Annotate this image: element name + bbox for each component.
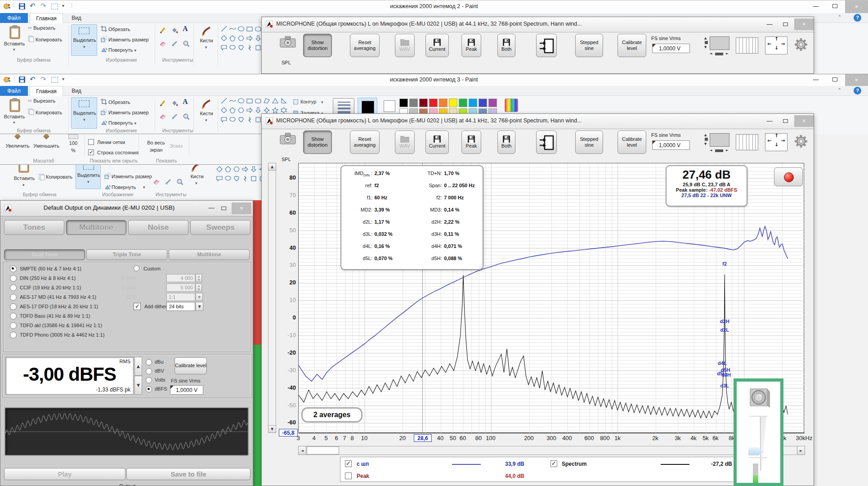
scrollbar-thumb[interactable] <box>307 446 339 454</box>
dither-bits-field[interactable]: 24 bits <box>166 302 195 311</box>
level-up-icon[interactable]: ▲ <box>134 357 142 376</box>
dither-dropdown-icon[interactable]: ▼ <box>196 302 203 311</box>
color-picker-icon[interactable] <box>165 178 172 185</box>
shape-icon[interactable] <box>255 97 262 106</box>
tab-view[interactable]: Вид <box>64 86 89 96</box>
save-current-button[interactable]: Current <box>425 34 449 57</box>
pan-arrows-widget[interactable]: ↑ ↓ ← → <box>765 36 787 54</box>
palette-swatch[interactable] <box>459 99 467 107</box>
palette-swatch[interactable] <box>399 99 408 107</box>
reset-averaging-button[interactable]: Reset averaging <box>350 130 380 154</box>
exit-button[interactable] <box>536 130 557 154</box>
chart-v-scrollbar[interactable]: ▲ ▼ <box>268 163 276 433</box>
resize-button[interactable]: Изменить размер <box>101 36 149 42</box>
paint1-titlebar[interactable]: | ↶ ↷ ▾ | искажения 2000 интемод 2 - Pai… <box>0 0 868 13</box>
left-icon[interactable]: ◄ <box>710 52 712 55</box>
chart-h-scrollbar[interactable]: ◄ ► <box>298 446 804 455</box>
minimize-button[interactable]: — <box>206 204 217 213</box>
collapse-ribbon-icon[interactable]: ⌃ <box>837 87 841 93</box>
color-picker-icon[interactable] <box>171 40 178 47</box>
level-down-icon[interactable]: ▼ <box>134 376 142 395</box>
save-both-button[interactable]: Both <box>497 34 515 57</box>
palette-swatch[interactable] <box>429 99 438 107</box>
copy-label[interactable]: Копировать <box>46 174 72 180</box>
maximize-button[interactable] <box>778 19 793 29</box>
maximize-button[interactable] <box>778 116 793 126</box>
exit-button[interactable] <box>536 34 557 57</box>
eraser-icon[interactable] <box>159 40 166 47</box>
tab-tones[interactable]: Tones <box>4 220 64 235</box>
right-icon[interactable]: ► <box>726 52 728 55</box>
mic2-titlebar[interactable]: MICROPHONE (Общая громкость) L on Микроф… <box>262 114 814 129</box>
calibrate-level-button[interactable]: Calibrate level <box>174 357 207 374</box>
save-peak-button[interactable]: Peak <box>461 34 481 57</box>
pencil-icon[interactable] <box>159 27 166 34</box>
select-button[interactable]: Выделить ▾ <box>76 164 101 189</box>
rotate-button[interactable]: Повернуть ▾ <box>101 119 136 126</box>
tab-multitone[interactable]: Multitone <box>66 220 126 235</box>
shape-icon[interactable] <box>237 35 245 43</box>
palette-swatch[interactable] <box>439 99 447 107</box>
fill-bucket-icon[interactable] <box>171 27 178 34</box>
shape-icon[interactable] <box>220 44 228 53</box>
mic1-titlebar[interactable]: MICROPHONE (Общая громкость) L on Микроф… <box>262 17 814 32</box>
shape-icon[interactable] <box>220 116 228 125</box>
collapse-ribbon-icon[interactable]: ⌃ <box>837 14 841 20</box>
custom-radio[interactable] <box>134 266 139 271</box>
resize-button[interactable]: Изменить размер <box>101 109 149 115</box>
scroll-down-icon[interactable]: ▼ <box>268 425 276 433</box>
shape-icon[interactable] <box>229 25 237 34</box>
close-button[interactable]: × <box>845 0 868 13</box>
legend-checkbox-peak[interactable] <box>345 472 352 479</box>
shape-icon[interactable] <box>250 175 258 184</box>
shape-icon[interactable] <box>237 25 245 34</box>
resize-label[interactable]: Изменить размер <box>112 174 152 179</box>
pan-arrows-widget[interactable]: ↑ ↓ ← → <box>765 133 787 151</box>
shape-icon[interactable] <box>220 25 228 34</box>
crop-button[interactable]: Обрезать <box>101 99 130 105</box>
cut-button[interactable]: ✂ Вырезать <box>28 25 55 31</box>
calibrate-level-button[interactable]: Calibrate level <box>617 34 646 57</box>
subtab-multitone[interactable]: Multitone <box>169 249 250 260</box>
scroll-right-icon[interactable]: ► <box>797 446 805 455</box>
save-to-file-button[interactable]: Save to file <box>126 468 251 480</box>
brushes-button[interactable]: Кисти ▾ <box>196 24 217 56</box>
shape-icon[interactable] <box>237 116 245 125</box>
shape-icon[interactable] <box>246 25 254 34</box>
wav-button[interactable]: WAV <box>395 34 415 57</box>
shape-icon[interactable] <box>220 107 228 115</box>
restore-button[interactable] <box>826 74 845 86</box>
minimize-button[interactable]: — <box>762 116 777 126</box>
close-button[interactable]: × <box>232 202 251 214</box>
play-button[interactable]: Play <box>4 468 125 480</box>
save-peak-button[interactable]: Peak <box>461 130 481 154</box>
zoom-out-label[interactable]: Уменьшить <box>31 143 61 148</box>
copy-button[interactable]: Копировать <box>28 108 62 115</box>
shape-icon[interactable] <box>246 44 254 53</box>
shape-icon[interactable] <box>280 97 288 106</box>
shape-icon[interactable] <box>216 166 224 174</box>
shape-icon[interactable] <box>224 166 232 174</box>
tab-noise[interactable]: Noise <box>128 220 188 235</box>
shape-icon[interactable] <box>246 35 254 43</box>
zoom-100-label[interactable]: 100 <box>66 140 81 146</box>
fs-vrms-field[interactable]: 1,0000 V <box>652 44 690 53</box>
shape-icon[interactable] <box>220 97 228 106</box>
minimize-button[interactable]: — <box>806 0 825 13</box>
shape-icon[interactable] <box>246 97 254 106</box>
paint2-titlebar[interactable]: | ↶ ↷ ▾ искажения 2000 интемод 3 - Paint… <box>0 74 868 86</box>
stepped-sine-button[interactable]: Stepped sine <box>575 130 603 154</box>
legend-checkbox-sshp[interactable]: ✓ <box>345 460 352 467</box>
shape-icon[interactable] <box>229 44 237 53</box>
tab-home[interactable]: Главная <box>30 13 63 23</box>
shape-icon[interactable] <box>246 116 254 125</box>
subtab-dual-tone[interactable]: Dual Tone <box>4 249 85 260</box>
shape-icon[interactable] <box>242 166 249 174</box>
edit-colors-icon[interactable] <box>505 99 518 112</box>
restore-button[interactable] <box>826 0 845 13</box>
settings-gear-icon[interactable] <box>794 38 808 51</box>
tab-view[interactable]: Вид <box>64 13 89 23</box>
paste-button[interactable]: Вставить ▾ <box>4 98 25 128</box>
select-button[interactable]: Выделить ▾ <box>71 97 97 129</box>
down-icon[interactable]: ▼ <box>704 45 707 49</box>
